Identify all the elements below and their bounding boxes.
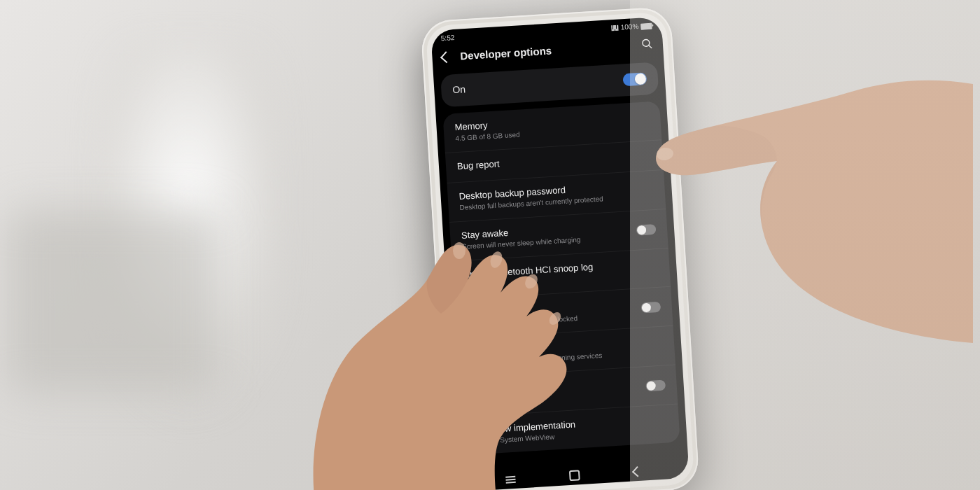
setting-toggle[interactable] (645, 379, 666, 391)
battery-percent: 100% (620, 22, 638, 32)
svg-point-6 (656, 146, 674, 161)
search-icon[interactable] (640, 37, 653, 53)
battery-icon (640, 22, 652, 29)
background-blur (7, 210, 217, 392)
nav-recent-icon[interactable] (506, 475, 517, 483)
navigation-bar (458, 463, 689, 488)
setting-toggle[interactable] (636, 224, 657, 236)
nav-home-icon[interactable] (569, 470, 580, 481)
phone-device: 5:52 100% Developer options On Memory4.5… (420, 6, 699, 490)
svg-point-0 (643, 39, 650, 47)
nav-back-icon[interactable] (632, 466, 643, 477)
back-icon[interactable] (440, 52, 452, 64)
page-title: Developer options (460, 40, 632, 64)
photo-scene: 5:52 100% Developer options On Memory4.5… (0, 0, 980, 490)
status-time: 5:52 (441, 34, 455, 43)
setting-toggle[interactable] (640, 302, 661, 314)
signal-icon (612, 25, 619, 31)
setting-title: Bug report (457, 149, 652, 172)
master-toggle-label: On (452, 84, 466, 97)
settings-list: Memory4.5 GB of 8 GB usedBug reportDeskt… (442, 101, 680, 455)
master-toggle[interactable] (622, 72, 647, 86)
status-indicators: 100% (611, 22, 652, 33)
phone-screen: 5:52 100% Developer options On Memory4.5… (430, 17, 690, 490)
svg-line-1 (649, 45, 652, 48)
right-hand (651, 49, 973, 357)
